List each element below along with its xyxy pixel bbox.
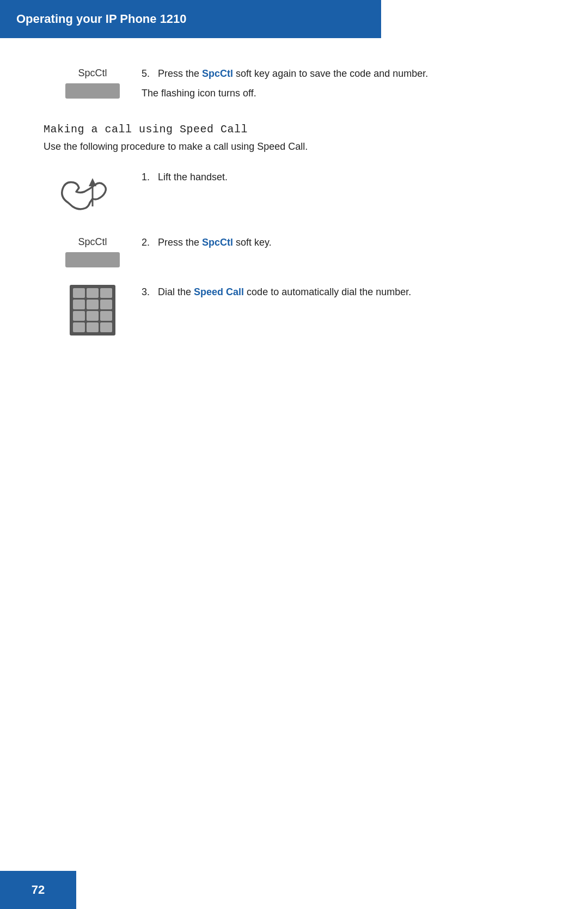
softkey-button-5 bbox=[65, 83, 120, 99]
handset-svg bbox=[57, 173, 128, 216]
step-1-row: 1. Lift the handset. bbox=[44, 169, 544, 218]
key-7 bbox=[73, 311, 85, 321]
key-pound bbox=[100, 322, 112, 332]
key-3 bbox=[100, 288, 112, 298]
key-star bbox=[73, 322, 85, 332]
key-4 bbox=[73, 300, 85, 309]
step-5-subtext: The flashing icon turns off. bbox=[142, 86, 544, 101]
step-3-row: 3. Dial the Speed Call code to automatic… bbox=[44, 284, 544, 335]
page-content: SpcCtl 5. Press the SpcCtl soft key agai… bbox=[0, 60, 588, 395]
step-1-icon bbox=[44, 169, 142, 218]
step-5-prefix: Press the bbox=[158, 68, 202, 79]
key-2 bbox=[87, 288, 99, 298]
spcctl-label-5: SpcCtl bbox=[78, 68, 107, 79]
svg-marker-1 bbox=[89, 178, 96, 186]
key-6 bbox=[100, 300, 112, 309]
step-2-suffix: soft key. bbox=[233, 237, 272, 248]
step-2-icon: SpcCtl bbox=[44, 234, 142, 267]
step-3-icon bbox=[44, 284, 142, 335]
softkey-button-2 bbox=[65, 252, 120, 267]
step-3-prefix: Dial the bbox=[158, 286, 194, 297]
step-1-label: Lift the handset. bbox=[158, 172, 228, 182]
step-1-number: 1. bbox=[142, 172, 150, 182]
step-2-highlight: SpcCtl bbox=[202, 237, 233, 248]
section-heading: Making a call using Speed Call bbox=[44, 123, 544, 136]
key-5 bbox=[87, 300, 99, 309]
step-5-text: 5. Press the SpcCtl soft key again to sa… bbox=[142, 65, 544, 101]
step-2-row: SpcCtl 2. Press the SpcCtl soft key. bbox=[44, 234, 544, 267]
step-5-suffix: soft key again to save the code and numb… bbox=[233, 68, 428, 79]
keypad-icon bbox=[68, 286, 117, 335]
step-3-number: 3. bbox=[142, 286, 150, 297]
step-3-suffix: code to automatically dial the number. bbox=[244, 286, 411, 297]
step-3-text: 3. Dial the Speed Call code to automatic… bbox=[142, 284, 544, 300]
step-2-text: 2. Press the SpcCtl soft key. bbox=[142, 234, 544, 251]
page-footer: 72 bbox=[0, 871, 76, 909]
step-2-prefix: Press the bbox=[158, 237, 202, 248]
page-header: Operating your IP Phone 1210 bbox=[0, 0, 381, 38]
spcctl-label-2: SpcCtl bbox=[78, 236, 107, 248]
step-5-row: SpcCtl 5. Press the SpcCtl soft key agai… bbox=[44, 65, 544, 101]
step-5-highlight: SpcCtl bbox=[202, 68, 233, 79]
keypad-grid bbox=[70, 285, 115, 335]
page-number: 72 bbox=[32, 883, 45, 897]
step-2-number: 2. bbox=[142, 237, 150, 248]
key-8 bbox=[87, 311, 99, 321]
step-5-number: 5. bbox=[142, 68, 150, 79]
section-intro: Use the following procedure to make a ca… bbox=[44, 141, 544, 152]
key-9 bbox=[100, 311, 112, 321]
key-1 bbox=[73, 288, 85, 298]
step-3-highlight: Speed Call bbox=[194, 286, 244, 297]
step-1-text: 1. Lift the handset. bbox=[142, 169, 544, 185]
step-5-icon: SpcCtl bbox=[44, 65, 142, 99]
key-0 bbox=[87, 322, 99, 332]
page-title: Operating your IP Phone 1210 bbox=[16, 12, 187, 26]
